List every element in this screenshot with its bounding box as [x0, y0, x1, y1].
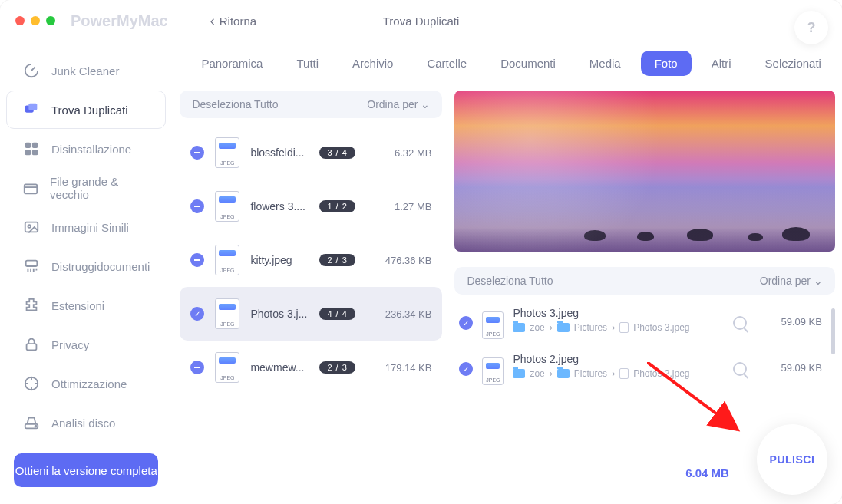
sidebar-item-estensioni[interactable]: Estensioni: [6, 286, 166, 324]
chevron-down-icon: ⌄: [814, 275, 823, 287]
sidebar-item-label: Ottimizzazione: [51, 377, 127, 390]
zoom-window-button[interactable]: [46, 16, 55, 25]
sidebar-item-analisi-disco[interactable]: Analisi disco: [6, 404, 166, 442]
group-size: 6.32 MB: [370, 147, 431, 159]
sidebar-item-label: Distruggidocumenti: [51, 260, 150, 273]
svg-rect-5: [32, 150, 38, 155]
group-size: 236.34 KB: [370, 308, 431, 320]
sidebar-item-junk-cleaner[interactable]: Junk Cleaner: [6, 51, 166, 90]
tab-media[interactable]: Media: [576, 51, 635, 76]
group-filename: mewmew...: [250, 361, 309, 374]
clean-button[interactable]: PULISCI: [757, 424, 827, 495]
group-count-badge: 4 / 4: [319, 308, 355, 320]
magnify-icon[interactable]: [733, 316, 747, 330]
shredder-icon: [22, 257, 41, 275]
total-size: 6.04 MB: [685, 466, 729, 479]
scrollbar[interactable]: [831, 308, 835, 354]
group-checkbox[interactable]: [190, 361, 204, 374]
minimize-window-button[interactable]: [31, 16, 40, 25]
back-label: Ritorna: [220, 15, 256, 28]
groups-column: Deseleziona Tutto Ordina per ⌄ JPEG blos…: [180, 91, 442, 443]
tab-cartelle[interactable]: Cartelle: [413, 51, 480, 76]
full-version-button[interactable]: Ottieni la versione completa: [14, 453, 158, 487]
sidebar-item-label: Immagini Simili: [51, 221, 129, 234]
check-icon: ✓: [194, 310, 200, 318]
group-checkbox[interactable]: [190, 146, 204, 160]
box-icon: [22, 179, 39, 197]
tab-archivio[interactable]: Archivio: [338, 51, 407, 76]
tab-tutti[interactable]: Tutti: [282, 51, 332, 76]
detail-deselect-button[interactable]: Deseleziona Tutto: [467, 275, 553, 287]
main: PanoramicaTuttiArchivioCartelleDocumenti…: [172, 41, 842, 504]
file-type-icon: JPEG: [215, 245, 239, 275]
tab-altri[interactable]: Altri: [698, 51, 745, 76]
sidebar-item-distruggidocumenti[interactable]: Distruggidocumenti: [6, 247, 166, 285]
sort-button[interactable]: Ordina per ⌄: [367, 98, 430, 110]
body: Junk Cleaner Trova Duplicati Disinstalla…: [0, 41, 842, 504]
content: Deseleziona Tutto Ordina per ⌄ JPEG blos…: [172, 80, 842, 450]
tab-panoramica[interactable]: Panoramica: [187, 51, 276, 76]
tab-selezionati[interactable]: Selezionati: [751, 51, 835, 76]
group-row[interactable]: JPEG kitty.jpeg 2 / 3 476.36 KB: [180, 233, 442, 287]
tab-foto[interactable]: Foto: [641, 51, 692, 76]
detail-row[interactable]: ✓ JPEG Photos 2.jpeg zoe› Pictures› Phot…: [454, 350, 827, 388]
group-checkbox[interactable]: [190, 199, 204, 213]
back-button[interactable]: ‹ Ritorna: [210, 13, 256, 29]
detail-row[interactable]: ✓ JPEG Photos 3.jpeg zoe› Pictures› Phot…: [454, 304, 827, 342]
group-count-badge: 1 / 2: [319, 200, 355, 212]
dash-icon: [194, 152, 200, 153]
file-icon: [619, 368, 629, 379]
file-type-icon: JPEG: [482, 311, 504, 339]
group-count-badge: 2 / 3: [319, 361, 355, 374]
group-size: 179.14 KB: [370, 362, 431, 374]
group-filename: blossfeldi...: [250, 147, 309, 159]
group-checkbox[interactable]: ✓: [190, 307, 204, 321]
sidebar-item-label: Analisi disco: [51, 417, 115, 430]
svg-rect-1: [28, 104, 37, 110]
groups-list[interactable]: JPEG blossfeldi... 3 / 4 6.32 MB JPEG fl…: [180, 126, 442, 443]
file-type-icon: JPEG: [215, 191, 239, 222]
folder-icon: [557, 323, 570, 332]
detail-sort-button[interactable]: Ordina per ⌄: [760, 275, 823, 287]
file-type-icon: JPEG: [215, 298, 239, 329]
svg-rect-4: [25, 150, 31, 155]
clean-label: PULISCI: [770, 453, 815, 466]
filter-tabs: PanoramicaTuttiArchivioCartelleDocumenti…: [172, 46, 842, 80]
folder-icon: [557, 369, 570, 378]
help-button[interactable]: ?: [794, 11, 828, 44]
sort-label: Ordina per: [367, 98, 418, 110]
sidebar: Junk Cleaner Trova Duplicati Disinstalla…: [0, 41, 172, 504]
sidebar-item-privacy[interactable]: Privacy: [6, 325, 166, 364]
tab-documenti[interactable]: Documenti: [487, 51, 570, 76]
sidebar-item-ottimizzazione[interactable]: Ottimizzazione: [6, 364, 166, 403]
sidebar-item-trova-duplicati[interactable]: Trova Duplicati: [6, 91, 166, 129]
check-icon: ✓: [463, 365, 469, 374]
deselect-all-button[interactable]: Deseleziona Tutto: [192, 98, 278, 110]
sidebar-item-label: Estensioni: [51, 299, 104, 312]
details-list[interactable]: ✓ JPEG Photos 3.jpeg zoe› Pictures› Phot…: [454, 304, 827, 388]
group-checkbox[interactable]: [190, 253, 204, 267]
sidebar-item-label: Trova Duplicati: [51, 104, 127, 117]
group-row[interactable]: JPEG blossfeldi... 3 / 4 6.32 MB: [180, 126, 442, 180]
sidebar-item-label: Junk Cleaner: [51, 64, 119, 77]
sidebar-item-disinstallazione[interactable]: Disinstallazione: [6, 130, 166, 168]
detail-checkbox[interactable]: ✓: [459, 362, 473, 376]
traffic-lights: [15, 16, 55, 25]
close-window-button[interactable]: [15, 16, 25, 25]
group-row[interactable]: JPEG flowers 3.... 1 / 2 1.27 MB: [180, 180, 442, 233]
detail-size: 59.09 KB: [768, 316, 822, 328]
group-filename: kitty.jpeg: [250, 254, 309, 266]
detail-checkbox[interactable]: ✓: [459, 316, 473, 330]
duplicates-icon: [22, 100, 41, 119]
full-version-label: Ottieni la versione completa: [15, 464, 157, 477]
sidebar-item-immagini-simili[interactable]: Immagini Simili: [6, 208, 166, 246]
detail-size: 59.09 KB: [768, 362, 822, 374]
svg-rect-10: [27, 344, 37, 350]
detail-info: Photos 2.jpeg zoe› Pictures› Photos 2.jp…: [513, 353, 689, 379]
group-row[interactable]: JPEG mewmew... 2 / 3 179.14 KB: [180, 341, 442, 394]
group-row[interactable]: ✓ JPEG Photos 3.j... 4 / 4 236.34 KB: [180, 287, 442, 341]
file-icon: [619, 322, 629, 333]
app-window: PowerMyMac ‹ Ritorna Trova Duplicati ? J…: [0, 0, 842, 504]
magnify-icon[interactable]: [733, 362, 747, 376]
sidebar-item-file-grande-vecchio[interactable]: File grande & vecchio: [6, 169, 166, 207]
